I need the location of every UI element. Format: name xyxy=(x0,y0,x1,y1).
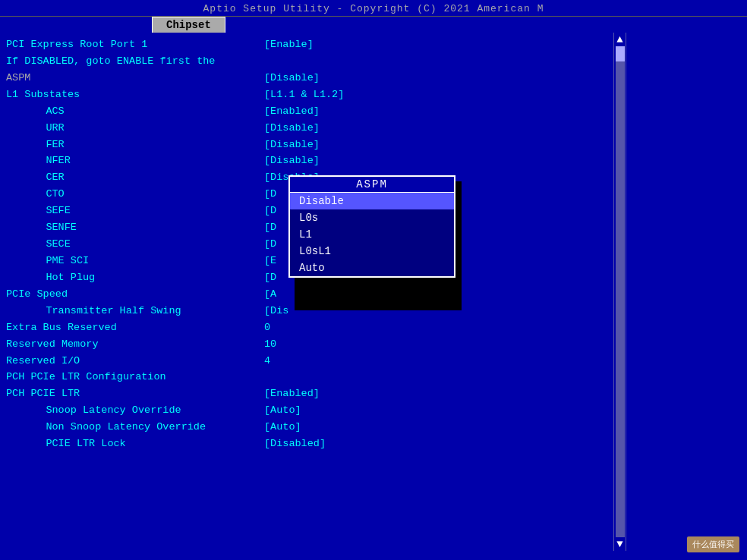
scrollbar[interactable]: ▲ ▼ xyxy=(613,33,626,551)
popup-item-disable[interactable]: Disable xyxy=(290,193,454,209)
setting-value-extra-bus: 0 xyxy=(264,320,270,336)
setting-row-aspm[interactable]: ASPM [Disable] xyxy=(6,71,607,87)
setting-value-l1-substates: [L1.1 & L1.2] xyxy=(264,87,344,103)
setting-value-urr: [Disable] xyxy=(264,121,320,137)
setting-row-non-snoop-latency[interactable]: Non Snoop Latency Override [Auto] xyxy=(6,420,607,436)
setting-label-sece: SECE xyxy=(6,237,264,253)
setting-row-reserved-io[interactable]: Reserved I/O 4 xyxy=(6,354,607,370)
header-title: Aptio Setup Utility - Copyright (C) 2021… xyxy=(203,3,544,14)
setting-row-snoop-latency[interactable]: Snoop Latency Override [Auto] xyxy=(6,403,607,419)
setting-row-fer[interactable]: FER [Disable] xyxy=(6,137,607,153)
setting-label-urr: URR xyxy=(6,121,264,137)
setting-label-pme-sci: PME SCI xyxy=(6,253,264,269)
setting-label-senfe: SENFE xyxy=(6,220,264,236)
setting-label-pcie-speed: PCIe Speed xyxy=(6,287,264,303)
setting-row-acs[interactable]: ACS [Enabled] xyxy=(6,104,607,120)
popup-item-l0s[interactable]: L0s xyxy=(290,209,454,226)
setting-value-pci-express: [Enable] xyxy=(264,37,314,53)
aspm-popup[interactable]: ASPM Disable L0s L1 L0sL1 Auto xyxy=(288,175,455,278)
setting-label-nfer: NFER xyxy=(6,153,264,169)
right-panel xyxy=(626,33,747,551)
setting-label-disabled-note: If DISABLED, goto ENABLE first the xyxy=(6,54,264,70)
setting-value-pcie-ltr-lock: [Disabled] xyxy=(264,436,326,452)
popup-item-l0sl1[interactable]: L0sL1 xyxy=(290,243,454,260)
setting-row-reserved-memory[interactable]: Reserved Memory 10 xyxy=(6,337,607,353)
setting-label-pch-pcie-ltr: PCH PCIE LTR xyxy=(6,386,264,402)
setting-value-sece: [D xyxy=(264,237,276,253)
setting-value-reserved-memory: 10 xyxy=(264,337,276,353)
setting-value-pcie-speed: [A xyxy=(264,287,276,303)
setting-value-reserved-io: 4 xyxy=(264,354,270,370)
setting-label-fer: FER xyxy=(6,137,264,153)
setting-value-pme-sci: [E xyxy=(264,253,276,269)
setting-value-pch-pcie-ltr: [Enabled] xyxy=(264,386,320,402)
setting-label-reserved-io: Reserved I/O xyxy=(6,354,264,370)
setting-row-l1-substates[interactable]: L1 Substates [L1.1 & L1.2] xyxy=(6,87,607,103)
setting-label-aspm: ASPM xyxy=(6,71,264,87)
setting-row-urr[interactable]: URR [Disable] xyxy=(6,121,607,137)
setting-label-transmitter: Transmitter Half Swing xyxy=(6,304,264,319)
setting-label-sefe: SEFE xyxy=(6,203,264,219)
setting-value-fer: [Disable] xyxy=(264,137,320,153)
setting-value-hot-plug: [D xyxy=(264,270,276,286)
setting-value-cto: [D xyxy=(264,187,276,203)
setting-label-pcie-ltr-lock: PCIE LTR Lock xyxy=(6,436,264,452)
scroll-arrow-up[interactable]: ▲ xyxy=(616,34,622,45)
setting-row-pcie-ltr-lock[interactable]: PCIE LTR Lock [Disabled] xyxy=(6,436,607,452)
left-panel: PCI Express Root Port 1 [Enable] If DISA… xyxy=(0,33,613,551)
setting-value-transmitter: [Dis xyxy=(264,304,288,319)
setting-value-aspm: [Disable] xyxy=(264,71,320,87)
setting-row-nfer[interactable]: NFER [Disable] xyxy=(6,153,607,169)
popup-title: ASPM xyxy=(290,177,454,193)
watermark: 什么值得买 xyxy=(687,536,739,552)
setting-row-pci-express[interactable]: PCI Express Root Port 1 [Enable] xyxy=(6,37,607,53)
bios-screen: Aptio Setup Utility - Copyright (C) 2021… xyxy=(0,0,747,560)
tab-row: Chipset xyxy=(0,17,747,33)
main-content: PCI Express Root Port 1 [Enable] If DISA… xyxy=(0,33,747,551)
scrollbar-thumb[interactable] xyxy=(616,46,625,61)
setting-label-non-snoop-latency: Non Snoop Latency Override xyxy=(6,420,264,436)
setting-label-cer: CER xyxy=(6,170,264,186)
setting-label-snoop-latency: Snoop Latency Override xyxy=(6,403,264,419)
chipset-tab[interactable]: Chipset xyxy=(152,17,225,33)
setting-value-nfer: [Disable] xyxy=(264,153,320,169)
setting-label-reserved-memory: Reserved Memory xyxy=(6,337,264,353)
setting-label-extra-bus: Extra Bus Reserved xyxy=(6,320,264,336)
setting-label-pch-pcie-ltr-config: PCH PCIe LTR Configuration xyxy=(6,370,264,385)
setting-row-pch-pcie-ltr-config: PCH PCIe LTR Configuration xyxy=(6,370,607,385)
setting-value-senfe: [D xyxy=(264,220,276,236)
header-bar: Aptio Setup Utility - Copyright (C) 2021… xyxy=(0,0,747,17)
popup-item-l1[interactable]: L1 xyxy=(290,226,454,243)
scroll-arrow-down[interactable]: ▼ xyxy=(616,539,622,549)
setting-row-extra-bus[interactable]: Extra Bus Reserved 0 xyxy=(6,320,607,336)
setting-label-l1-substates: L1 Substates xyxy=(6,87,264,103)
setting-value-snoop-latency: [Auto] xyxy=(264,403,301,419)
setting-value-acs: [Enabled] xyxy=(264,104,320,120)
setting-label-hot-plug: Hot Plug xyxy=(6,270,264,286)
setting-label-acs: ACS xyxy=(6,104,264,120)
setting-value-non-snoop-latency: [Auto] xyxy=(264,420,301,436)
setting-row-disabled-note: If DISABLED, goto ENABLE first the xyxy=(6,54,607,70)
popup-item-auto[interactable]: Auto xyxy=(290,260,454,276)
setting-row-pch-pcie-ltr[interactable]: PCH PCIE LTR [Enabled] xyxy=(6,386,607,402)
setting-label-cto: CTO xyxy=(6,187,264,203)
setting-value-sefe: [D xyxy=(264,203,276,219)
scrollbar-track[interactable] xyxy=(616,46,625,537)
setting-label-pci-express: PCI Express Root Port 1 xyxy=(6,37,264,53)
